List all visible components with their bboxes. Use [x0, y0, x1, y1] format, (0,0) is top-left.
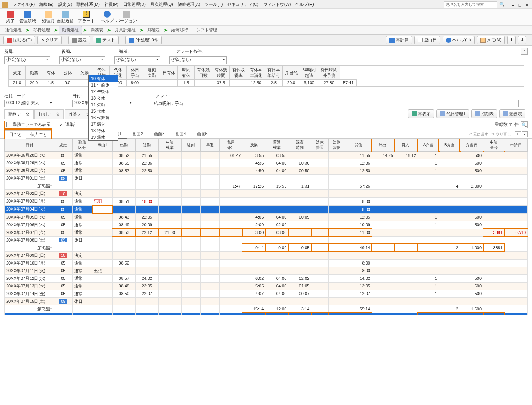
cell[interactable] [328, 282, 345, 290]
cell[interactable]: 600 [460, 282, 483, 290]
cell[interactable] [460, 259, 483, 267]
cell[interactable]: 1 [418, 290, 439, 297]
cell[interactable] [418, 175, 439, 182]
cell[interactable] [92, 190, 112, 198]
cell[interactable] [372, 167, 395, 175]
cell[interactable] [242, 175, 265, 182]
cell[interactable] [200, 290, 220, 297]
table-row[interactable]: 20XX年07月11日(火)05通常出張8:00 [5, 267, 528, 274]
recalc-button[interactable]: 再計算 [386, 36, 412, 44]
cell[interactable]: 07/10 [504, 229, 528, 236]
cell[interactable] [200, 267, 220, 274]
close-page-button[interactable]: 閉じる(C) [3, 36, 35, 44]
cell[interactable] [288, 175, 311, 182]
table-row[interactable]: 20XX年07月08日(土)09休日 [5, 236, 528, 244]
cell[interactable] [92, 305, 112, 313]
cell[interactable]: 16:12 [395, 152, 418, 159]
cell[interactable] [181, 205, 200, 213]
end-button[interactable]: 終了 [2, 10, 19, 25]
cell[interactable]: 12:07 [345, 290, 372, 297]
collapse-button[interactable]: ˆ [521, 48, 528, 55]
column-header[interactable]: 外出1 [372, 139, 395, 152]
cell[interactable] [72, 244, 92, 251]
cell[interactable] [311, 213, 328, 221]
cell[interactable]: 出張 [92, 267, 112, 274]
table-row[interactable]: 20XX年07月06日(木)05通常08:4920:092:0902:0910:… [5, 221, 528, 229]
cell[interactable] [372, 274, 395, 282]
cell[interactable] [92, 167, 112, 175]
cell[interactable] [92, 182, 112, 190]
cell[interactable] [395, 167, 418, 175]
cell[interactable]: 5:05 [242, 282, 265, 290]
cell[interactable]: 忘刻 [92, 198, 112, 206]
cell[interactable]: 22:50 [135, 167, 158, 175]
cell[interactable] [372, 290, 395, 297]
cell[interactable] [220, 190, 242, 198]
cell[interactable] [418, 198, 439, 206]
cell[interactable] [328, 221, 345, 229]
cell[interactable] [181, 221, 200, 229]
cell[interactable] [181, 297, 200, 305]
cell[interactable] [112, 182, 135, 190]
cell[interactable] [181, 159, 200, 167]
cell[interactable] [158, 152, 181, 159]
cell[interactable] [220, 282, 242, 290]
cell[interactable]: 9:09 [265, 244, 288, 251]
dropdown-option[interactable]: 19 帰休 [89, 139, 118, 140]
cell[interactable] [311, 198, 328, 206]
cell[interactable] [135, 297, 158, 305]
cell[interactable]: 20XX年06月28日(水) [5, 152, 54, 159]
cell[interactable]: 05 [54, 159, 73, 167]
cell[interactable] [372, 259, 395, 267]
cell[interactable]: 6:02 [242, 274, 265, 282]
cell[interactable]: 有休▾ [92, 205, 112, 213]
cell[interactable] [372, 221, 395, 229]
cell[interactable] [439, 274, 460, 282]
cell[interactable] [158, 213, 181, 221]
cell[interactable]: 4:50 [242, 167, 265, 175]
cell[interactable]: 4:36 [242, 159, 265, 167]
cell[interactable] [395, 267, 418, 274]
cell[interactable]: 20XX年07月08日(土) [5, 236, 54, 244]
cell[interactable] [200, 244, 220, 251]
cell[interactable] [311, 259, 328, 267]
cell[interactable] [200, 236, 220, 244]
menu-window[interactable]: ウィンドウ(W) [261, 1, 293, 8]
cell[interactable] [328, 159, 345, 167]
post-select[interactable]: (指定なし) [59, 56, 105, 64]
cell[interactable] [439, 259, 460, 267]
column-header[interactable]: 早退 [200, 139, 220, 152]
cell[interactable] [135, 259, 158, 267]
cell[interactable] [483, 175, 504, 182]
cell[interactable] [504, 159, 528, 167]
cell[interactable]: 20XX年07月15日(土) [5, 297, 54, 305]
cell[interactable] [265, 198, 288, 206]
cell[interactable] [72, 313, 92, 315]
column-header[interactable]: 申請残業 [158, 139, 181, 152]
cell[interactable] [439, 205, 460, 213]
tab-stamp[interactable]: 打刻データ [34, 109, 64, 119]
cell[interactable] [418, 229, 439, 236]
cell[interactable] [311, 244, 328, 251]
cell[interactable]: 08:55 [112, 159, 135, 167]
cell[interactable]: 500 [460, 159, 483, 167]
cell[interactable] [288, 236, 311, 244]
cell[interactable]: 休日 [72, 175, 92, 182]
cell[interactable] [181, 267, 200, 274]
cell[interactable] [504, 267, 528, 274]
cell[interactable]: 12:50 [345, 167, 372, 175]
view-person[interactable]: 個人ごと [26, 130, 51, 139]
cell[interactable]: 09 [54, 297, 73, 305]
cell[interactable] [220, 159, 242, 167]
cell[interactable] [483, 167, 504, 175]
cell[interactable] [395, 282, 418, 290]
cell[interactable]: 8:00 [345, 198, 372, 206]
cell[interactable] [54, 305, 73, 313]
column-header[interactable]: 労働 [345, 139, 372, 152]
table-row[interactable]: 20XX年07月13日(木)05通常08:4823:055:0504:0001:… [5, 282, 528, 290]
cell[interactable]: 9:14 [242, 244, 265, 251]
cell[interactable]: 12:00 [265, 305, 288, 313]
cell[interactable] [311, 267, 328, 274]
cell[interactable] [220, 205, 242, 213]
cell[interactable]: 7 [418, 313, 439, 315]
